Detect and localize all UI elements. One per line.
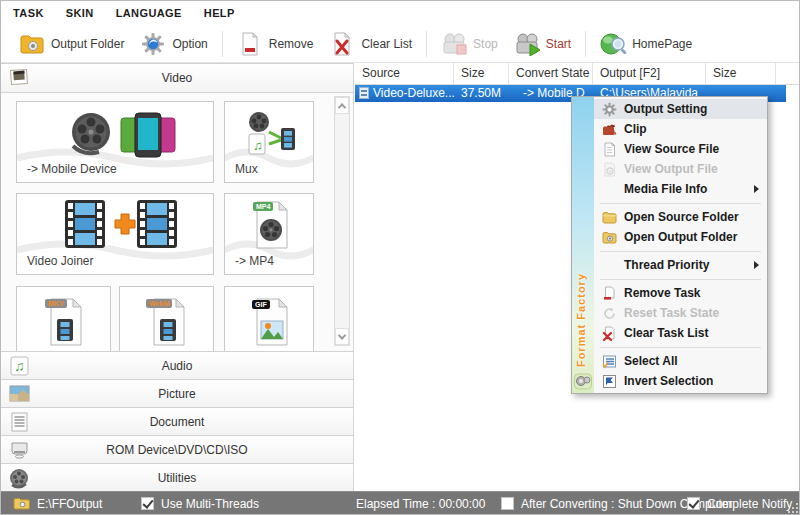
category-utilities[interactable]: Utilities bbox=[1, 463, 353, 491]
folder-output-icon bbox=[602, 230, 617, 245]
video-file-icon bbox=[359, 87, 369, 99]
menu-item-select-all[interactable]: Select All bbox=[594, 351, 767, 371]
menu-item-view-output-file[interactable]: e View Output File bbox=[594, 159, 767, 179]
card-mp4[interactable]: MP4 -> MP4 bbox=[224, 193, 314, 275]
shutdown-checkbox[interactable] bbox=[501, 497, 514, 510]
category-audio[interactable]: ♫ Audio bbox=[1, 351, 353, 380]
stop-label: Stop bbox=[473, 37, 498, 51]
resize-grip[interactable] bbox=[788, 503, 798, 513]
submenu-arrow-icon bbox=[754, 261, 759, 269]
option-button[interactable]: Option bbox=[132, 29, 215, 59]
output-folder-button[interactable]: Output Folder bbox=[11, 29, 132, 59]
toolbar-separator bbox=[426, 31, 427, 57]
column-output-size[interactable]: Size bbox=[706, 63, 776, 84]
menu-item-label: Open Source Folder bbox=[624, 210, 739, 224]
menu-item-label: Output Setting bbox=[624, 102, 707, 116]
card-label: Mux bbox=[235, 162, 258, 176]
category-picture[interactable]: Picture bbox=[1, 379, 353, 408]
menu-item-label: Select All bbox=[624, 354, 678, 368]
stop-button[interactable]: Stop bbox=[433, 29, 506, 59]
clear-task-list-icon bbox=[602, 326, 617, 341]
start-label: Start bbox=[546, 37, 571, 51]
menu-item-label: Media File Info bbox=[624, 182, 707, 196]
format-factory-banner-text: Format Factory bbox=[575, 273, 587, 367]
mp4-badge: MP4 bbox=[253, 202, 273, 211]
column-convert-state[interactable]: Convert State bbox=[509, 63, 593, 84]
menu-separator bbox=[594, 199, 767, 207]
column-size[interactable]: Size bbox=[454, 63, 509, 84]
card-mkv[interactable]: MKV bbox=[16, 286, 111, 352]
remove-icon bbox=[237, 32, 263, 56]
menu-item-reset-task-state[interactable]: Reset Task State bbox=[594, 303, 767, 323]
document-icon bbox=[602, 142, 617, 157]
chevron-down-icon bbox=[338, 331, 346, 339]
menu-item-label: Reset Task State bbox=[624, 306, 719, 320]
complete-notify-checkbox[interactable] bbox=[687, 497, 700, 510]
toolbar-separator bbox=[585, 31, 586, 57]
menu-item-media-file-info[interactable]: Media File Info bbox=[594, 179, 767, 199]
video-category-icon bbox=[8, 67, 32, 89]
card-gif[interactable]: GIF bbox=[224, 286, 314, 352]
scroll-down-button[interactable] bbox=[335, 328, 349, 345]
mux-icon: ♫ bbox=[243, 110, 299, 158]
menu-item-label: Open Output Folder bbox=[624, 230, 737, 244]
menu-item-open-source-folder[interactable]: Open Source Folder bbox=[594, 207, 767, 227]
sidebar-scrollbar[interactable] bbox=[334, 96, 350, 346]
menu-language[interactable]: LANGUAGE bbox=[116, 7, 182, 19]
homepage-button[interactable]: HomePage bbox=[592, 29, 700, 59]
homepage-label: HomePage bbox=[632, 37, 692, 51]
category-document[interactable]: Document bbox=[1, 407, 353, 436]
menu-help[interactable]: HELP bbox=[204, 7, 235, 19]
output-path-label[interactable]: E:\FFOutput bbox=[37, 497, 102, 511]
category-rom-device[interactable]: ROM Device\DVD\CD\ISO bbox=[1, 435, 353, 464]
context-menu-banner: Format Factory bbox=[572, 97, 594, 393]
svg-text:♫: ♫ bbox=[14, 358, 25, 374]
card-mobile-device[interactable]: -> Mobile Device bbox=[16, 101, 214, 183]
folder-icon bbox=[602, 210, 617, 225]
remove-button[interactable]: Remove bbox=[229, 29, 322, 59]
category-video[interactable]: Video bbox=[1, 63, 353, 93]
task-size-cell: 37.50M bbox=[454, 85, 509, 102]
menu-item-invert-selection[interactable]: Invert Selection bbox=[594, 371, 767, 391]
menu-item-open-output-folder[interactable]: Open Output Folder bbox=[594, 227, 767, 247]
column-output[interactable]: Output [F2] bbox=[593, 63, 706, 84]
multi-threads-checkbox[interactable] bbox=[141, 497, 154, 510]
remove-label: Remove bbox=[269, 37, 314, 51]
card-video-joiner[interactable]: Video Joiner bbox=[16, 193, 214, 275]
stop-icon bbox=[441, 32, 467, 56]
start-icon bbox=[514, 32, 540, 56]
webm-badge: WebM bbox=[146, 299, 172, 308]
folder-icon bbox=[19, 32, 45, 56]
menu-item-thread-priority[interactable]: Thread Priority bbox=[594, 255, 767, 275]
menu-bar: TASK SKIN LANGUAGE HELP bbox=[1, 1, 800, 25]
output-folder-small-icon[interactable] bbox=[13, 496, 31, 511]
menu-item-clip[interactable]: Clip bbox=[594, 119, 767, 139]
menu-item-output-setting[interactable]: Output Setting bbox=[594, 99, 767, 119]
task-source-cell: Video-Deluxe... bbox=[355, 85, 454, 102]
menu-item-label: Thread Priority bbox=[624, 258, 709, 272]
menu-item-remove-task[interactable]: Remove Task bbox=[594, 283, 767, 303]
column-filler bbox=[776, 63, 800, 84]
card-mux[interactable]: ♫ Mux bbox=[224, 101, 314, 183]
menu-separator bbox=[594, 343, 767, 351]
menu-task[interactable]: TASK bbox=[13, 7, 44, 19]
column-source[interactable]: Source bbox=[355, 63, 454, 84]
scroll-up-button[interactable] bbox=[335, 97, 349, 114]
clear-list-icon bbox=[329, 32, 355, 56]
gif-badge: GIF bbox=[252, 300, 270, 309]
menu-item-view-source-file[interactable]: View Source File bbox=[594, 139, 767, 159]
video-header-label: Video bbox=[162, 71, 192, 85]
format-factory-logo-icon bbox=[574, 373, 592, 390]
complete-notify-label: Complete Notify bbox=[707, 497, 792, 511]
format-factory-window: TASK SKIN LANGUAGE HELP Output Folder Op… bbox=[0, 0, 800, 515]
sidebar: Video -> Mobile Device bbox=[1, 63, 354, 491]
card-webm[interactable]: WebM bbox=[119, 286, 214, 352]
menu-item-label: Clear Task List bbox=[624, 326, 708, 340]
invert-selection-icon bbox=[602, 374, 617, 389]
utilities-category-icon bbox=[8, 467, 32, 489]
menu-skin[interactable]: SKIN bbox=[66, 7, 94, 19]
context-menu: Format Factory Output Setting Clip bbox=[571, 96, 768, 394]
menu-item-clear-task-list[interactable]: Clear Task List bbox=[594, 323, 767, 343]
clear-list-button[interactable]: Clear List bbox=[321, 29, 420, 59]
start-button[interactable]: Start bbox=[506, 29, 579, 59]
